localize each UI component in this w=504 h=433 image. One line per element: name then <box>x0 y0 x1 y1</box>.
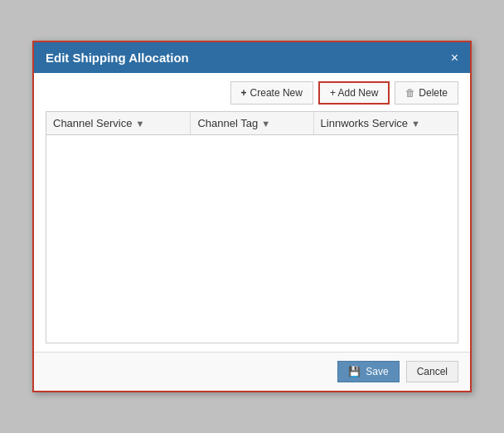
delete-button[interactable]: 🗑 Delete <box>395 81 458 105</box>
toolbar: + Create New + Add New 🗑 Delete <box>46 81 458 105</box>
dialog-header: Edit Shipping Allocation × <box>34 42 470 73</box>
cancel-label: Cancel <box>417 366 448 377</box>
column-linnworks-service-label: Linnworks Service <box>321 117 409 129</box>
dialog-title: Edit Shipping Allocation <box>46 51 189 65</box>
column-linnworks-service: Linnworks Service ▼ <box>314 112 458 134</box>
create-new-label: Create New <box>250 87 303 99</box>
plus-icon: + <box>241 87 247 99</box>
filter-linnworks-service-icon[interactable]: ▼ <box>411 119 420 129</box>
dialog-body: + Create New + Add New 🗑 Delete Channel … <box>34 73 470 352</box>
column-channel-tag-label: Channel Tag <box>197 117 258 129</box>
column-channel-service-label: Channel Service <box>53 117 132 129</box>
filter-channel-service-icon[interactable]: ▼ <box>135 119 144 129</box>
add-new-label: + Add New <box>330 87 378 99</box>
delete-label: Delete <box>419 87 448 99</box>
save-button[interactable]: 💾 Save <box>337 361 399 382</box>
data-table: Channel Service ▼ Channel Tag ▼ Linnwork… <box>46 111 458 343</box>
table-header: Channel Service ▼ Channel Tag ▼ Linnwork… <box>46 112 458 135</box>
save-label: Save <box>366 366 388 377</box>
column-channel-service: Channel Service ▼ <box>46 112 191 134</box>
floppy-icon: 💾 <box>348 366 361 377</box>
edit-shipping-allocation-dialog: Edit Shipping Allocation × + Create New … <box>32 41 472 392</box>
close-button[interactable]: × <box>451 51 458 65</box>
column-channel-tag: Channel Tag ▼ <box>191 112 313 134</box>
table-body <box>46 135 458 334</box>
trash-icon: 🗑 <box>405 87 415 99</box>
dialog-footer: 💾 Save Cancel <box>34 352 470 391</box>
filter-channel-tag-icon[interactable]: ▼ <box>261 119 270 129</box>
create-new-button[interactable]: + Create New <box>230 81 313 105</box>
cancel-button[interactable]: Cancel <box>406 361 458 382</box>
add-new-button[interactable]: + Add New <box>318 81 390 105</box>
